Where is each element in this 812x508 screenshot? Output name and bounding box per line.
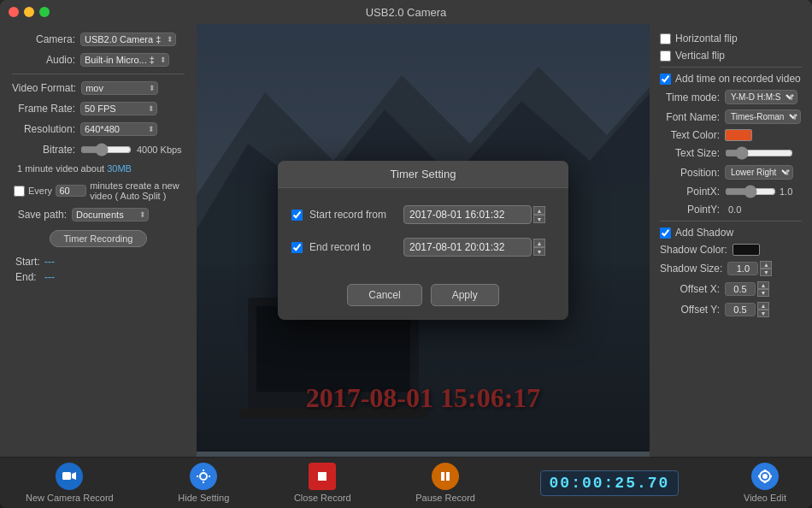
start-datetime-down[interactable]: ▼: [533, 215, 545, 223]
apply-button[interactable]: Apply: [431, 284, 499, 306]
pause-record-item[interactable]: Pause Record: [415, 463, 475, 503]
minimize-button[interactable]: [24, 7, 34, 17]
point-x-row: PointX: 1.0: [660, 185, 802, 198]
shadow-size-label: Shadow Size:: [660, 263, 727, 275]
point-y-value: 0.0: [728, 204, 741, 215]
audio-select[interactable]: Built-in Micro... ‡: [80, 53, 169, 67]
close-record-item[interactable]: Close Record: [294, 463, 351, 503]
font-name-select[interactable]: Times-Roman: [725, 109, 801, 124]
start-datetime-up[interactable]: ▲: [533, 206, 545, 215]
start-record-row: Start record from ▲ ▼: [291, 205, 555, 224]
offset-y-buttons: ▲ ▼: [757, 302, 769, 317]
add-shadow-label: Add Shadow: [675, 227, 733, 239]
end-datetime-down[interactable]: ▼: [533, 247, 545, 256]
position-select-wrap: Lower Right: [725, 165, 793, 180]
point-x-slider[interactable]: [725, 185, 776, 198]
end-datetime-input[interactable]: [403, 238, 532, 257]
shadow-size-up[interactable]: ▲: [760, 261, 772, 269]
time-mode-select[interactable]: Y-M-D H:M:S: [725, 90, 797, 104]
end-datetime-up[interactable]: ▲: [533, 239, 545, 247]
add-time-label: Add time on recorded video: [675, 73, 801, 85]
end-record-row: End record to ▲ ▼: [291, 238, 555, 257]
resolution-select-wrap: 640*480: [80, 122, 157, 136]
frame-rate-row: Frame Rate: 50 FPS: [12, 102, 185, 115]
add-shadow-checkbox[interactable]: [660, 227, 671, 239]
vertical-flip-checkbox[interactable]: [660, 50, 671, 62]
point-y-row: PointY: 0.0: [660, 204, 802, 216]
close-button[interactable]: [9, 7, 19, 17]
auto-split-checkbox[interactable]: [14, 186, 25, 197]
end-record-label: End record to: [309, 241, 403, 253]
shadow-size-down[interactable]: ▼: [760, 269, 772, 276]
save-path-select[interactable]: Documents: [72, 208, 149, 222]
auto-split-row: Every minutes create a new video ( Auto …: [12, 180, 185, 201]
camera-row: Camera: USB2.0 Camera ‡: [12, 32, 185, 46]
point-x-label: PointX:: [660, 186, 725, 198]
start-value: ---: [44, 256, 55, 268]
divider2: [660, 67, 802, 68]
position-select[interactable]: Lower Right: [725, 165, 793, 180]
shadow-size-row: Shadow Size: ▲ ▼: [660, 261, 802, 276]
start-record-checkbox[interactable]: [291, 210, 303, 221]
frame-rate-select-wrap: 50 FPS: [80, 102, 157, 115]
pause-record-label: Pause Record: [415, 493, 475, 503]
camera-select[interactable]: USB2.0 Camera ‡: [80, 32, 176, 46]
offset-y-up[interactable]: ▲: [757, 302, 769, 310]
horizontal-flip-checkbox[interactable]: [660, 33, 671, 44]
every-label: Every: [28, 186, 52, 196]
add-time-checkbox[interactable]: [660, 74, 671, 85]
svg-point-17: [762, 474, 768, 479]
offset-x-up[interactable]: ▲: [757, 281, 769, 289]
hide-setting-label: Hide Setting: [178, 493, 229, 503]
time-mode-row: Time mode: Y-M-D H:M:S: [660, 90, 802, 104]
offset-y-down[interactable]: ▼: [757, 310, 769, 317]
start-datetime-input[interactable]: [403, 205, 532, 224]
shadow-size-stepper: ▲ ▼: [727, 261, 772, 276]
end-value: ---: [44, 271, 55, 283]
video-edit-item[interactable]: Video Edit: [744, 463, 786, 503]
svg-marker-8: [72, 472, 76, 480]
shadow-size-input[interactable]: [727, 262, 758, 275]
end-row: End: ---: [12, 271, 185, 283]
font-name-label: Font Name:: [660, 111, 725, 123]
bitrate-slider[interactable]: [80, 143, 132, 157]
bitrate-row: Bitrate: 4000 Kbps: [12, 143, 185, 157]
offset-x-down[interactable]: ▼: [757, 289, 769, 297]
add-shadow-row: Add Shadow: [660, 227, 802, 239]
new-camera-record-item[interactable]: New Camera Record: [26, 463, 114, 503]
video-format-label: Video Format:: [12, 82, 81, 94]
maximize-button[interactable]: [39, 7, 50, 17]
frame-rate-select[interactable]: 50 FPS: [80, 102, 157, 115]
modal-body: Start record from ▲ ▼ End record to: [278, 188, 568, 284]
text-size-slider[interactable]: [725, 146, 793, 160]
bottom-bar: New Camera Record Hide Setting Close: [0, 457, 812, 508]
resolution-select[interactable]: 640*480: [80, 122, 157, 136]
text-color-swatch[interactable]: [725, 129, 752, 141]
audio-label: Audio:: [12, 54, 80, 66]
cancel-button[interactable]: Cancel: [347, 284, 421, 306]
save-path-row: Save path: Documents: [12, 208, 185, 222]
left-panel: Camera: USB2.0 Camera ‡ Audio: Built-in …: [0, 24, 197, 457]
start-datetime-spinner: ▲ ▼: [533, 206, 545, 223]
bitrate-label: Bitrate:: [12, 144, 80, 156]
split-minutes-input[interactable]: [56, 185, 86, 197]
timer-recording-button[interactable]: Timer Recording: [50, 230, 148, 247]
pause-record-icon: [432, 463, 459, 490]
end-label: End:: [15, 271, 44, 283]
bitrate-value: 4000 Kbps: [137, 145, 182, 155]
offset-x-input[interactable]: [725, 282, 756, 296]
video-edit-icon: [751, 463, 779, 490]
start-record-label: Start record from: [309, 209, 403, 221]
offset-y-input[interactable]: [725, 303, 756, 316]
horizontal-flip-label: Horizontal flip: [675, 32, 738, 44]
end-record-checkbox[interactable]: [291, 242, 303, 253]
hide-setting-item[interactable]: Hide Setting: [178, 463, 229, 503]
shadow-color-row: Shadow Color:: [660, 244, 802, 256]
end-datetime-spinner: ▲ ▼: [533, 239, 545, 256]
offset-y-row: Offset Y: ▲ ▼: [660, 302, 802, 317]
close-record-label: Close Record: [294, 493, 351, 503]
window-title: USB2.0 Camera: [366, 6, 447, 19]
shadow-color-swatch[interactable]: [733, 244, 760, 256]
modal-title: Timer Setting: [278, 161, 568, 188]
video-format-select[interactable]: mov: [81, 81, 158, 95]
